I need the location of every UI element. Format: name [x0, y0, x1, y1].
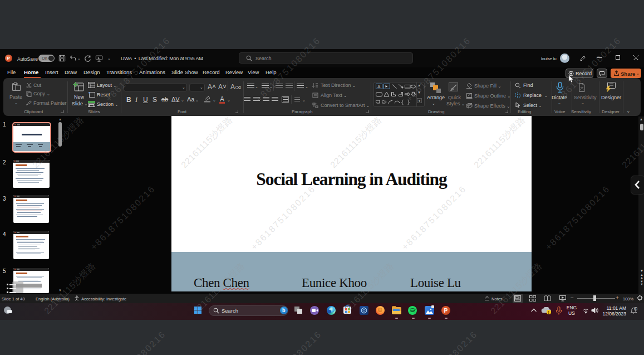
svg-text:A: A [377, 84, 380, 89]
svg-text:67: 67 [635, 308, 637, 310]
